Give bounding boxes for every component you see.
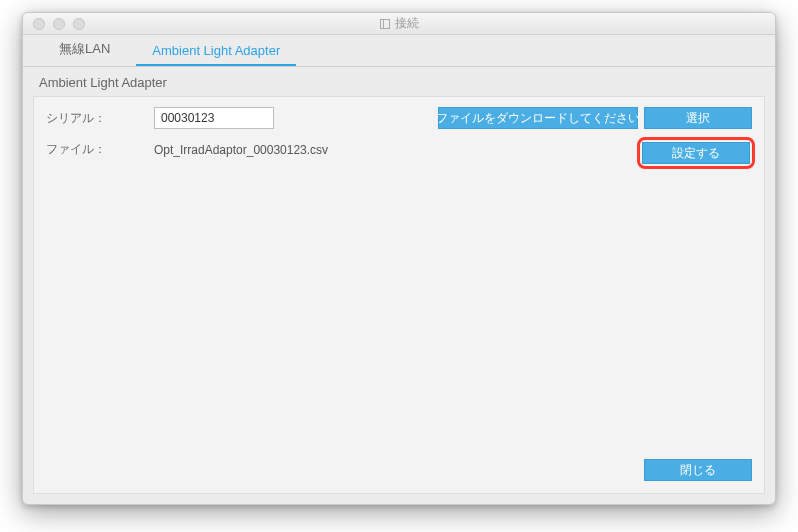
- tab-label: Ambient Light Adapter: [152, 43, 280, 58]
- set-button-label: 設定する: [672, 145, 720, 162]
- window-title: 接続: [395, 15, 419, 32]
- download-button-label: ファイルをダウンロードしてください: [436, 110, 640, 127]
- zoom-window-icon[interactable]: [73, 18, 85, 30]
- serial-label: シリアル：: [46, 110, 146, 127]
- set-button[interactable]: 設定する: [642, 142, 750, 164]
- minimize-window-icon[interactable]: [53, 18, 65, 30]
- select-button[interactable]: 選択: [644, 107, 752, 129]
- tab-ambient-light-adapter[interactable]: Ambient Light Adapter: [136, 36, 296, 66]
- traffic-lights: [23, 18, 85, 30]
- section-title: Ambient Light Adapter: [33, 75, 765, 96]
- tab-wireless-lan[interactable]: 無線LAN: [43, 33, 126, 66]
- select-button-label: 選択: [686, 110, 710, 127]
- tab-label: 無線LAN: [59, 41, 110, 56]
- app-icon: [380, 19, 390, 29]
- download-button[interactable]: ファイルをダウンロードしてください: [438, 107, 638, 129]
- highlight-box: 設定する: [637, 137, 755, 169]
- close-button[interactable]: 閉じる: [644, 459, 752, 481]
- close-button-label: 閉じる: [680, 462, 716, 479]
- tab-bar: 無線LAN Ambient Light Adapter: [23, 35, 775, 67]
- close-window-icon[interactable]: [33, 18, 45, 30]
- serial-input[interactable]: [154, 107, 274, 129]
- dialog-window: 接続 無線LAN Ambient Light Adapter Ambient L…: [22, 12, 776, 505]
- content-area: Ambient Light Adapter シリアル： ファイルをダウンロードし…: [23, 67, 775, 504]
- file-value: Opt_IrradAdaptor_00030123.csv: [154, 143, 328, 157]
- file-label: ファイル：: [46, 141, 146, 158]
- titlebar: 接続: [23, 13, 775, 35]
- settings-panel: シリアル： ファイルをダウンロードしてください 選択 ファイル： Opt_Irr…: [33, 96, 765, 494]
- serial-row: シリアル： ファイルをダウンロードしてください 選択: [46, 107, 752, 129]
- window-title-wrap: 接続: [23, 15, 775, 32]
